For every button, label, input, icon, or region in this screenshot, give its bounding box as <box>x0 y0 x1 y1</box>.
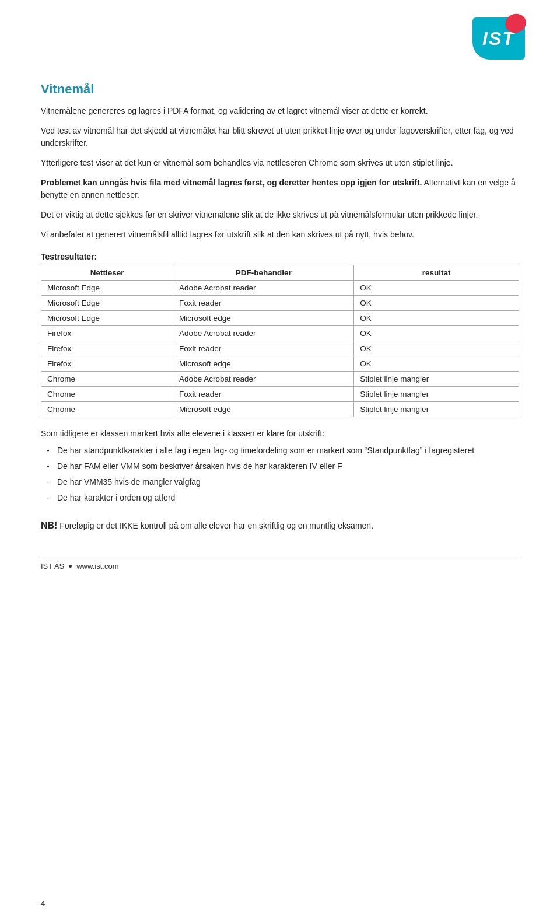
paragraph-5: Det er viktig at dette sjekkes før en sk… <box>41 209 519 222</box>
table-cell-7-1: Foxit reader <box>173 386 354 401</box>
paragraph-1: Vitnemålene genereres og lagres i PDFA f… <box>41 105 519 118</box>
table-row: ChromeMicrosoft edgeStiplet linje mangle… <box>41 401 519 416</box>
bullet-dash-icon: - <box>47 460 57 473</box>
table-cell-8-0: Chrome <box>41 401 173 416</box>
table-cell-6-1: Adobe Acrobat reader <box>173 371 354 386</box>
list-item: -De har standpunktkarakter i alle fag i … <box>47 444 519 457</box>
bullet-dash-icon: - <box>47 444 57 457</box>
list-item: -De har VMM35 hvis de mangler valgfag <box>47 476 519 488</box>
footer-company: IST AS <box>41 562 64 570</box>
bullet-dash-icon: - <box>47 476 57 488</box>
table-header-row: Nettleser PDF-behandler resultat <box>41 265 519 280</box>
bullet-intro: Som tidligere er klassen markert hvis al… <box>41 428 519 440</box>
bullet-text: De har VMM35 hvis de mangler valgfag <box>57 476 201 488</box>
col-header-nettleser: Nettleser <box>41 265 173 280</box>
table-row: ChromeFoxit readerStiplet linje mangler <box>41 386 519 401</box>
table-row: FirefoxFoxit readerOK <box>41 341 519 356</box>
table-cell-4-0: Firefox <box>41 341 173 356</box>
table-row: FirefoxAdobe Acrobat readerOK <box>41 326 519 341</box>
bullet-list: -De har standpunktkarakter i alle fag i … <box>47 444 519 504</box>
table-cell-5-0: Firefox <box>41 356 173 371</box>
table-cell-3-1: Adobe Acrobat reader <box>173 326 354 341</box>
table-cell-0-2: OK <box>354 280 519 295</box>
table-row: Microsoft EdgeAdobe Acrobat readerOK <box>41 280 519 295</box>
table-cell-4-1: Foxit reader <box>173 341 354 356</box>
table-cell-0-0: Microsoft Edge <box>41 280 173 295</box>
table-cell-7-2: Stiplet linje mangler <box>354 386 519 401</box>
table-cell-2-0: Microsoft Edge <box>41 310 173 326</box>
page-title: Vitnemål <box>41 82 519 97</box>
bullet-text: De har standpunktkarakter i alle fag i e… <box>57 444 474 457</box>
nb-section: NB! Foreløpig er det IKKE kontroll på om… <box>41 518 519 533</box>
footer: IST AS www.ist.com <box>41 556 519 570</box>
table-cell-2-1: Microsoft edge <box>173 310 354 326</box>
logo-area: IST <box>461 18 525 64</box>
table-row: Microsoft EdgeMicrosoft edgeOK <box>41 310 519 326</box>
logo-splash-icon <box>503 13 528 35</box>
table-cell-3-2: OK <box>354 326 519 341</box>
table-row: FirefoxMicrosoft edgeOK <box>41 356 519 371</box>
paragraph-4: Problemet kan unngås hvis fila med vitne… <box>41 177 519 202</box>
table-cell-1-0: Microsoft Edge <box>41 295 173 310</box>
table-cell-6-2: Stiplet linje mangler <box>354 371 519 386</box>
table-cell-5-2: OK <box>354 356 519 371</box>
table-cell-7-0: Chrome <box>41 386 173 401</box>
table-cell-1-2: OK <box>354 295 519 310</box>
logo-box: IST <box>461 18 525 64</box>
footer-url: www.ist.com <box>76 562 118 570</box>
results-table: Nettleser PDF-behandler resultat Microso… <box>41 265 519 417</box>
list-item: -De har karakter i orden og atferd <box>47 492 519 504</box>
paragraph-4-bold: Problemet kan unngås hvis fila med vitne… <box>41 178 422 187</box>
table-cell-8-1: Microsoft edge <box>173 401 354 416</box>
col-header-resultat: resultat <box>354 265 519 280</box>
page-number: 4 <box>41 899 45 908</box>
table-cell-5-1: Microsoft edge <box>173 356 354 371</box>
paragraph-2: Ved test av vitnemål har det skjedd at v… <box>41 125 519 150</box>
table-cell-6-0: Chrome <box>41 371 173 386</box>
nb-text: Foreløpig er det IKKE kontroll på om all… <box>57 521 373 530</box>
nb-label: NB! <box>41 520 57 530</box>
table-cell-4-2: OK <box>354 341 519 356</box>
page: IST Vitnemål Vitnemålene genereres og la… <box>0 0 560 924</box>
table-cell-1-1: Foxit reader <box>173 295 354 310</box>
col-header-pdf: PDF-behandler <box>173 265 354 280</box>
table-row: ChromeAdobe Acrobat readerStiplet linje … <box>41 371 519 386</box>
footer-dot-icon <box>69 565 72 568</box>
table-cell-8-2: Stiplet linje mangler <box>354 401 519 416</box>
paragraph-3: Ytterligere test viser at det kun er vit… <box>41 157 519 170</box>
paragraph-6: Vi anbefaler at generert vitnemålsfil al… <box>41 229 519 242</box>
bullet-dash-icon: - <box>47 492 57 504</box>
bullet-text: De har FAM eller VMM som beskriver årsak… <box>57 460 342 473</box>
testresultater-label: Testresultater: <box>41 252 519 261</box>
table-cell-0-1: Adobe Acrobat reader <box>173 280 354 295</box>
svg-point-0 <box>503 13 528 35</box>
table-cell-2-2: OK <box>354 310 519 326</box>
table-cell-3-0: Firefox <box>41 326 173 341</box>
list-item: -De har FAM eller VMM som beskriver årsa… <box>47 460 519 473</box>
table-row: Microsoft EdgeFoxit readerOK <box>41 295 519 310</box>
bullet-text: De har karakter i orden og atferd <box>57 492 175 504</box>
